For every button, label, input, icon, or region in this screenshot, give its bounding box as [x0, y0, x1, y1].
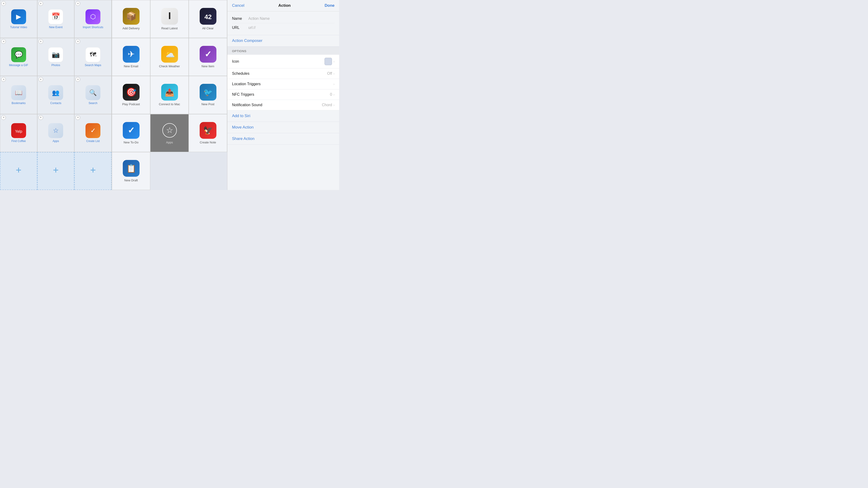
mid-icon-new-draft: 📋 — [123, 160, 140, 177]
icon-add3: + — [86, 163, 100, 177]
name-input[interactable]: Action Name — [248, 17, 335, 21]
mid-cell-check-weather[interactable]: ⛅Check Weather — [150, 38, 189, 76]
close-btn-new-event[interactable]: ✕ — [38, 1, 43, 6]
mid-cell-apps-mid[interactable]: ☆Apps — [150, 114, 189, 152]
left-cell-message-gif[interactable]: ✕💬Message a GIF — [0, 38, 37, 76]
url-label: URL — [232, 26, 248, 30]
icon-find-coffee: Yelp — [11, 123, 26, 138]
icon-add1: + — [11, 163, 26, 177]
close-btn-bookmarks[interactable]: ✕ — [1, 77, 6, 82]
icon-add2: + — [48, 163, 63, 177]
icon-tutorial-video: ▶ — [11, 9, 26, 24]
icon-value: › — [324, 58, 335, 65]
left-cell-create-list[interactable]: ✕✓Create List — [74, 114, 112, 152]
close-btn-photos[interactable]: ✕ — [38, 39, 43, 44]
icon-search-maps: 🗺 — [86, 47, 100, 62]
notification-value: Chord › — [322, 103, 335, 107]
left-cell-import-shortcuts[interactable]: ✕⬡Import Shortcuts — [74, 0, 112, 38]
icon-photos: 📷 — [48, 47, 63, 62]
mid-cell-new-item[interactable]: ✓New Item — [189, 38, 227, 76]
mid-label-read-latest: Read Latest — [161, 27, 178, 30]
action-composer-link[interactable]: Action Composer — [227, 35, 339, 46]
label-find-coffee: Find Coffee — [11, 139, 26, 143]
nfc-value: 0 › — [330, 92, 335, 97]
mid-label-play-podcast: Play Podcast — [122, 102, 140, 106]
close-btn-search-maps[interactable]: ✕ — [75, 39, 80, 44]
label-apps: Apps — [53, 139, 59, 143]
close-btn-apps[interactable]: ✕ — [38, 115, 43, 120]
share-action-link[interactable]: Share Action — [227, 133, 339, 144]
notification-chevron: › — [333, 103, 335, 107]
mid-label-new-post: New Post — [202, 102, 215, 106]
label-search: Search — [89, 101, 97, 105]
location-triggers-row[interactable]: Location Triggers › — [227, 79, 339, 89]
name-row: Name Action Name — [232, 14, 335, 23]
svg-text:📤: 📤 — [165, 88, 174, 97]
mid-icon-all-clear: 42 — [199, 8, 216, 25]
svg-text:☆: ☆ — [53, 127, 59, 134]
svg-text:I: I — [168, 10, 171, 21]
close-btn-find-coffee[interactable]: ✕ — [1, 115, 6, 120]
svg-text:✓: ✓ — [128, 126, 135, 135]
left-cell-add1[interactable]: + — [0, 152, 37, 190]
mid-cell-create-note[interactable]: 🦅Create Note — [189, 114, 227, 152]
move-action-link[interactable]: Move Action — [227, 122, 339, 133]
mid-icon-create-note: 🦅 — [199, 122, 216, 139]
left-cell-photos[interactable]: ✕📷Photos — [37, 38, 74, 76]
add-to-siri-link[interactable]: Add to Siri — [227, 110, 339, 122]
svg-text:📋: 📋 — [126, 164, 136, 173]
close-btn-contacts[interactable]: ✕ — [38, 77, 43, 82]
left-cell-tutorial-video[interactable]: ✕▶Tutorial Video — [0, 0, 37, 38]
schedules-option-row[interactable]: Schedules Off › — [227, 68, 339, 79]
left-cell-contacts[interactable]: ✕👥Contacts — [37, 76, 74, 114]
mid-label-new-todo: New To-Do — [123, 141, 138, 144]
label-create-list: Create List — [86, 139, 100, 143]
left-cell-bookmarks[interactable]: ✕📖Bookmarks — [0, 76, 37, 114]
icon-option-row[interactable]: Icon › — [227, 55, 339, 68]
schedules-value: Off › — [327, 71, 335, 76]
mid-icon-new-email: ✈ — [123, 46, 140, 63]
left-cell-search[interactable]: ✕🔍Search — [74, 76, 112, 114]
url-input[interactable]: url:// — [248, 26, 335, 30]
close-btn-import-shortcuts[interactable]: ✕ — [75, 1, 80, 6]
mid-cell-new-draft[interactable]: 📋New Draft — [112, 152, 150, 190]
mid-cell-new-todo[interactable]: ✓New To-Do — [112, 114, 150, 152]
mid-cell-all-clear[interactable]: 42All Clear — [189, 0, 227, 38]
mid-cell-connect-mac[interactable]: 📤Connect to Mac — [150, 76, 189, 114]
nfc-triggers-row[interactable]: NFC Triggers 0 › — [227, 89, 339, 100]
mid-cell-new-email[interactable]: ✈New Email — [112, 38, 150, 76]
left-cell-add3[interactable]: + — [74, 152, 112, 190]
svg-text:🐦: 🐦 — [204, 88, 213, 97]
svg-text:⛅: ⛅ — [164, 49, 175, 59]
options-group: Icon › Schedules Off › Location Triggers… — [227, 55, 339, 110]
mid-cell-play-podcast[interactable]: 🎯Play Podcast — [112, 76, 150, 114]
mid-cell-read-latest[interactable]: IRead Latest — [150, 0, 189, 38]
svg-text:Yelp: Yelp — [15, 129, 22, 133]
mid-label-all-clear: All Clear — [202, 27, 214, 30]
close-btn-search[interactable]: ✕ — [75, 77, 80, 82]
icon-message-gif: 💬 — [11, 47, 26, 62]
nfc-label: NFC Triggers — [232, 92, 254, 97]
schedules-chevron: › — [333, 72, 335, 75]
cancel-button[interactable]: Cancel — [232, 3, 244, 8]
notification-sound-row[interactable]: Notification Sound Chord › — [227, 100, 339, 110]
left-cell-new-event[interactable]: ✕📅New Event — [37, 0, 74, 38]
svg-text:📅: 📅 — [52, 12, 60, 21]
close-btn-message-gif[interactable]: ✕ — [1, 39, 6, 44]
left-cell-add2[interactable]: + — [37, 152, 74, 190]
name-label: Name — [232, 17, 248, 21]
close-btn-create-list[interactable]: ✕ — [75, 115, 80, 120]
done-button[interactable]: Done — [325, 3, 335, 8]
mid-cell-add-delivery[interactable]: 📦Add Delivery — [112, 0, 150, 38]
icon-preview — [324, 58, 332, 65]
svg-text:📦: 📦 — [126, 11, 136, 21]
svg-text:✈: ✈ — [128, 50, 135, 59]
mid-label-new-email: New Email — [124, 64, 138, 68]
left-cell-search-maps[interactable]: ✕🗺Search Maps — [74, 38, 112, 76]
icon-new-event: 📅 — [48, 9, 63, 24]
left-cell-apps[interactable]: ✕☆Apps — [37, 114, 74, 152]
close-btn-tutorial-video[interactable]: ✕ — [1, 1, 6, 6]
label-photos: Photos — [52, 64, 60, 67]
mid-cell-new-post[interactable]: 🐦New Post — [189, 76, 227, 114]
left-cell-find-coffee[interactable]: ✕YelpFind Coffee — [0, 114, 37, 152]
